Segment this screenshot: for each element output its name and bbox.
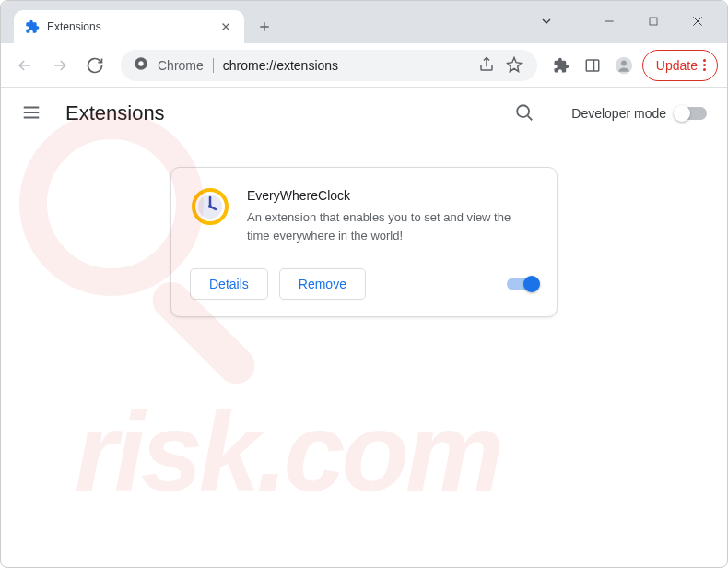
- extension-puzzle-icon: [25, 19, 40, 34]
- developer-mode-label: Developer mode: [571, 106, 666, 121]
- menu-hamburger-icon[interactable]: [21, 102, 43, 124]
- profile-avatar-icon[interactable]: [611, 53, 637, 78]
- chevron-down-icon[interactable]: [535, 10, 558, 32]
- sidepanel-icon[interactable]: [580, 53, 605, 78]
- svg-rect-0: [650, 18, 657, 25]
- menu-dots-icon: [703, 59, 706, 71]
- omnibox-separator: [213, 58, 214, 73]
- update-label: Update: [656, 58, 698, 73]
- remove-button[interactable]: Remove: [279, 268, 366, 300]
- update-button[interactable]: Update: [642, 50, 718, 81]
- forward-button[interactable]: [45, 51, 75, 80]
- extension-description: An extension that enables you to set and…: [247, 208, 536, 244]
- svg-point-5: [621, 60, 627, 65]
- extension-app-icon: [192, 188, 229, 225]
- page-header: Extensions Developer mode: [1, 88, 727, 139]
- extensions-puzzle-icon[interactable]: [548, 53, 574, 78]
- close-tab-icon[interactable]: [218, 19, 233, 34]
- developer-mode-toggle[interactable]: [675, 107, 707, 120]
- svg-rect-3: [586, 60, 599, 71]
- browser-tab[interactable]: Extensions: [14, 10, 244, 43]
- extension-card: EveryWhereClock An extension that enable…: [170, 167, 558, 317]
- address-bar[interactable]: Chrome chrome://extensions: [121, 50, 537, 81]
- maximize-button[interactable]: [642, 10, 664, 32]
- extensions-list: EveryWhereClock An extension that enable…: [1, 139, 727, 317]
- page-title: Extensions: [65, 101, 165, 125]
- svg-point-2: [138, 61, 143, 65]
- bookmark-star-icon[interactable]: [506, 56, 524, 75]
- new-tab-button[interactable]: [252, 14, 277, 40]
- reload-button[interactable]: [80, 51, 110, 80]
- svg-point-9: [208, 205, 212, 208]
- details-button[interactable]: Details: [190, 268, 268, 300]
- extension-enable-toggle[interactable]: [507, 278, 538, 290]
- tab-title: Extensions: [47, 20, 211, 33]
- close-window-button[interactable]: [687, 10, 709, 32]
- omnibox-url: chrome://extensions: [223, 58, 338, 73]
- back-button[interactable]: [10, 51, 40, 80]
- extension-name: EveryWhereClock: [247, 188, 536, 203]
- omnibox-prefix: Chrome: [158, 58, 204, 73]
- svg-point-6: [517, 105, 529, 117]
- window-controls: [535, 10, 720, 43]
- developer-mode-control: Developer mode: [571, 106, 707, 121]
- window-titlebar: Extensions: [1, 1, 727, 43]
- search-icon[interactable]: [514, 102, 536, 124]
- chrome-logo-icon: [134, 56, 148, 75]
- minimize-button[interactable]: [598, 10, 620, 32]
- browser-toolbar: Chrome chrome://extensions Update: [1, 43, 727, 88]
- share-icon[interactable]: [478, 56, 497, 75]
